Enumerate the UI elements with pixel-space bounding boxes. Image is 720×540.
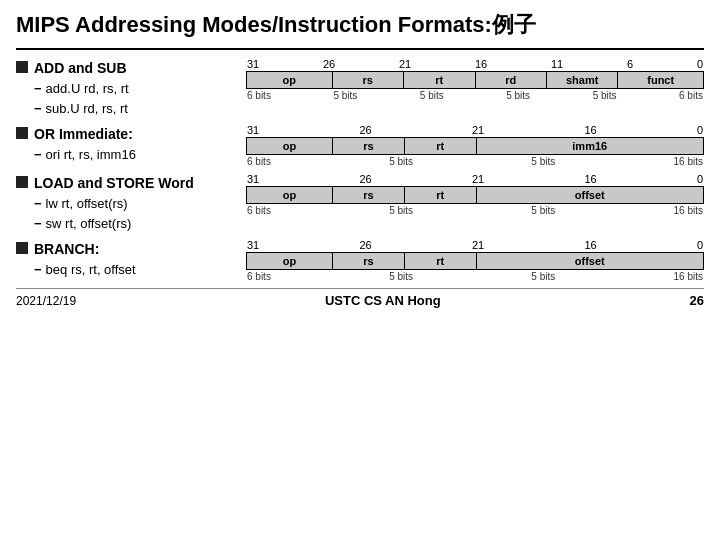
cell-funct: funct [618, 72, 704, 89]
bit-positions-add-sub: 31 26 21 16 11 6 0 [246, 58, 704, 70]
section-or-immediate: OR Immediate: − ori rt, rs, imm16 31 26 … [16, 124, 704, 167]
bullet-branch: BRANCH: [16, 239, 236, 260]
bit-positions-or: 31 26 21 16 0 [246, 124, 704, 136]
bit-diagram-add-sub: 31 26 21 16 11 6 0 op rs rt rd shamt [246, 58, 704, 101]
cell-op-or: op [247, 138, 333, 155]
cell-imm16: imm16 [477, 138, 705, 155]
bit-diagram-branch: 31 26 21 16 0 op rs rt offset 6 bits [246, 239, 704, 282]
bit-positions-branch: 31 26 21 16 0 [246, 239, 704, 251]
diagram-branch: 31 26 21 16 0 op rs rt offset 6 bits [246, 239, 704, 282]
sub-items-or: − ori rt, rs, imm16 [34, 145, 236, 165]
cell-rs-or: rs [333, 138, 405, 155]
bit-cells-ls: op rs rt offset [246, 186, 704, 204]
cell-rs: rs [333, 72, 404, 89]
bits-widths-add-sub: 6 bits 5 bits 5 bits 5 bits 5 bits 6 bit… [246, 90, 704, 101]
bit-cells-branch: op rs rt offset [246, 252, 704, 270]
diagram-add-sub: 31 26 21 16 11 6 0 op rs rt rd shamt [246, 58, 704, 101]
sub-item-ori: − ori rt, rs, imm16 [34, 145, 236, 165]
footer-date: 2021/12/19 [16, 294, 76, 308]
cell-shamt: shamt [547, 72, 618, 89]
bit-cells-add-sub: op rs rt rd shamt funct [246, 71, 704, 89]
footer-center: USTC CS AN Hong [325, 293, 441, 308]
cell-rt: rt [404, 72, 475, 89]
bullet-add-sub: ADD and SUB [16, 58, 236, 79]
page: MIPS Addressing Modes/Instruction Format… [0, 0, 720, 540]
cell-op: op [247, 72, 333, 89]
bits-widths-or: 6 bits 5 bits 5 bits 16 bits [246, 156, 704, 167]
section-branch: BRANCH: − beq rs, rt, offset 31 26 21 16 [16, 239, 704, 282]
bullet-square-icon-or [16, 127, 28, 139]
cell-offset-ls: offset [477, 187, 705, 204]
sub-item-beq: − beq rs, rt, offset [34, 260, 236, 280]
bits-widths-ls: 6 bits 5 bits 5 bits 16 bits [246, 205, 704, 216]
cell-rt-branch: rt [405, 253, 477, 270]
sub-items-add-sub: − add.U rd, rs, rt − sub.U rd, rs, rt [34, 79, 236, 118]
bullet-square-icon-ls [16, 176, 28, 188]
cell-op-ls: op [247, 187, 333, 204]
bullet-square-icon [16, 61, 28, 73]
sub-item-addu: − add.U rd, rs, rt [34, 79, 236, 99]
section-add-sub: ADD and SUB − add.U rd, rs, rt − sub.U r… [16, 58, 704, 118]
sub-item-subu: − sub.U rd, rs, rt [34, 99, 236, 119]
bullet-load-store: LOAD and STORE Word [16, 173, 236, 194]
divider [16, 48, 704, 50]
sub-item-lw: − lw rt, offset(rs) [34, 194, 236, 214]
cell-offset-branch: offset [477, 253, 705, 270]
cell-rd: rd [476, 72, 547, 89]
bit-diagram-or: 31 26 21 16 0 op rs rt imm16 6 bits [246, 124, 704, 167]
sub-item-sw: − sw rt, offset(rs) [34, 214, 236, 234]
page-title: MIPS Addressing Modes/Instruction Format… [16, 10, 704, 40]
diagram-load-store: 31 26 21 16 0 op rs rt offset 6 bits [246, 173, 704, 216]
sub-items-branch: − beq rs, rt, offset [34, 260, 236, 280]
cell-rt-or: rt [405, 138, 477, 155]
footer: 2021/12/19 USTC CS AN Hong 26 [16, 288, 704, 308]
section-load-store: LOAD and STORE Word − lw rt, offset(rs) … [16, 173, 704, 233]
bit-diagram-ls: 31 26 21 16 0 op rs rt offset 6 bits [246, 173, 704, 216]
cell-rt-ls: rt [405, 187, 477, 204]
cell-rs-branch: rs [333, 253, 405, 270]
footer-page: 26 [690, 293, 704, 308]
content-area: ADD and SUB − add.U rd, rs, rt − sub.U r… [16, 58, 704, 282]
bullet-or: OR Immediate: [16, 124, 236, 145]
bit-positions-ls: 31 26 21 16 0 [246, 173, 704, 185]
cell-op-branch: op [247, 253, 333, 270]
left-text-add-sub: ADD and SUB − add.U rd, rs, rt − sub.U r… [16, 58, 236, 118]
bits-widths-branch: 6 bits 5 bits 5 bits 16 bits [246, 271, 704, 282]
diagram-or: 31 26 21 16 0 op rs rt imm16 6 bits [246, 124, 704, 167]
cell-rs-ls: rs [333, 187, 405, 204]
sub-items-ls: − lw rt, offset(rs) − sw rt, offset(rs) [34, 194, 236, 233]
bit-cells-or: op rs rt imm16 [246, 137, 704, 155]
left-text-branch: BRANCH: − beq rs, rt, offset [16, 239, 236, 280]
left-text-load-store: LOAD and STORE Word − lw rt, offset(rs) … [16, 173, 236, 233]
left-text-or: OR Immediate: − ori rt, rs, imm16 [16, 124, 236, 165]
bullet-square-icon-branch [16, 242, 28, 254]
